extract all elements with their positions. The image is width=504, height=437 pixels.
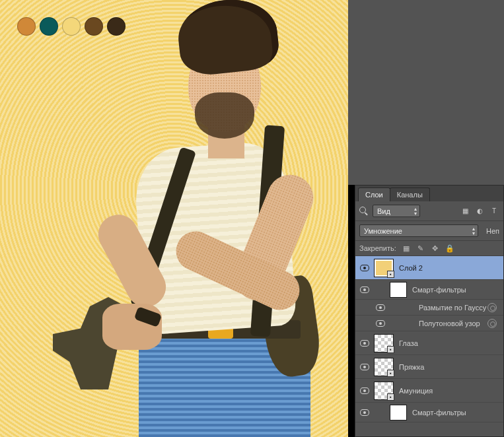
layers-list: ▪Слой 2Смарт-фильтрыРазмытие по ГауссуПо… [355,256,503,436]
layer-row-sf2[interactable]: Смарт-фильтры [355,403,503,422]
visibility-toggle[interactable] [360,387,369,394]
chevron-updown-icon: ▴▾ [472,226,475,236]
smart-object-badge-icon: ▪ [387,346,394,353]
layer-name: Размытие по Гауссу [419,304,486,312]
lock-label: Закрепить: [359,244,396,252]
canvas-area[interactable] [0,0,348,437]
smart-object-badge-icon: ▪ [387,393,394,401]
layer-thumbnail [390,405,407,420]
layer-name: Пряжка [399,363,424,371]
workspace-gutter [348,0,504,185]
smart-object-badge-icon: ▪ [387,271,394,278]
filter-type-icon[interactable]: T [489,206,499,217]
panel-tabbar: Слои Каналы [355,185,503,201]
lock-row: Закрепить: ▦ ✎ ✥ 🔒 [355,241,503,256]
layer-name: Амуниция [399,387,433,395]
layer-filter-select[interactable]: Вид ▴▾ [373,205,420,217]
layer-filter-row: Вид ▴▾ ▦ ◐ T [355,201,503,221]
layer-row-sf1[interactable]: Смарт-фильтры [355,280,503,300]
layer-name: Полутоновой узор [419,319,480,327]
filter-settings-icon[interactable] [487,303,497,312]
layer-name: Смарт-фильтры [412,409,466,417]
blend-row: Умножение ▴▾ Неп [355,221,503,241]
artwork-figure [40,0,343,437]
layer-row-eyes[interactable]: ▪Глаза [355,331,503,355]
layer-name: Слой 2 [399,264,423,272]
layer-row-ammo[interactable]: ▪Амуниция [355,379,503,403]
search-icon [359,207,369,216]
chevron-updown-icon: ▴▾ [414,207,417,216]
lock-pixels-icon[interactable]: ✎ [416,244,425,253]
layer-row-layer2[interactable]: ▪Слой 2 [355,256,503,280]
visibility-toggle[interactable] [360,364,369,370]
layer-filter-value: Вид [377,207,390,215]
tab-channels[interactable]: Каналы [390,187,430,201]
visibility-toggle[interactable] [376,304,385,311]
layer-name: Глаза [399,339,418,347]
layer-thumbnail: ▪ [374,334,394,353]
filter-adjust-icon[interactable]: ◐ [474,206,485,217]
layer-thumbnail: ▪ [374,382,394,400]
visibility-toggle[interactable] [360,286,369,293]
palette-swatch-0 [17,17,36,36]
layer-thumbnail: ▪ [374,358,394,376]
opacity-label: Неп [486,227,499,235]
visibility-toggle[interactable] [360,409,369,416]
blend-mode-select[interactable]: Умножение ▴▾ [359,224,478,237]
layer-thumbnail [390,282,407,298]
layer-row-buckle[interactable]: ▪Пряжка [355,355,503,379]
tab-layers[interactable]: Слои [358,187,390,201]
lock-transparency-icon[interactable]: ▦ [402,244,411,253]
smart-object-badge-icon: ▪ [387,370,394,377]
layer-row-gauss[interactable]: Размытие по Гауссу [355,300,503,316]
visibility-toggle[interactable] [360,340,369,347]
visibility-toggle[interactable] [360,265,369,271]
layer-thumbnail: ▪ [374,259,394,277]
layer-name: Смарт-фильтры [412,286,466,294]
filter-settings-icon[interactable] [487,319,497,328]
lock-position-icon[interactable]: ✥ [431,244,440,253]
lock-all-icon[interactable]: 🔒 [445,244,454,253]
blend-mode-value: Умножение [364,227,402,235]
layers-panel: Слои Каналы Вид ▴▾ ▦ ◐ T Умножение ▴▾ Не… [355,185,504,437]
visibility-toggle[interactable] [376,320,385,327]
filter-image-icon[interactable]: ▦ [460,206,470,217]
layer-row-halftone[interactable]: Полутоновой узор [355,316,503,331]
